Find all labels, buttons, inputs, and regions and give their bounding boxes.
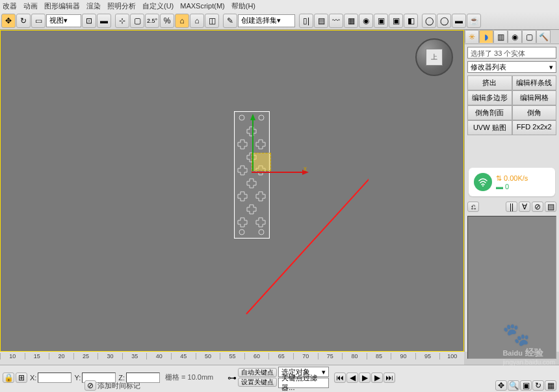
network-overlay: ⇅ 0.00K/s ▬ 0: [469, 168, 555, 196]
modifier-stack-list[interactable]: [467, 216, 556, 359]
tab-motion-icon[interactable]: ◉: [508, 30, 522, 43]
menu-modifiers[interactable]: 改器: [3, 1, 17, 11]
named-sel-dropdown[interactable]: 创建选择集▾: [238, 14, 295, 27]
render-setup-icon[interactable]: ▣: [374, 14, 388, 28]
mod-extrude-button[interactable]: 挤出: [467, 75, 512, 90]
mirror-icon[interactable]: ◫: [205, 14, 219, 28]
material-editor-icon[interactable]: ◉: [359, 14, 373, 28]
time-ruler[interactable]: 1015 2025 3035 4045 5055 6065 7075 8085 …: [0, 352, 464, 365]
pivot-icon[interactable]: ⊡: [82, 14, 96, 28]
x-label: X:: [30, 374, 36, 382]
mod-bevel-button[interactable]: 倒角: [512, 105, 557, 120]
coord-mode-icon[interactable]: ⊞: [16, 372, 27, 383]
show-end-icon[interactable]: ||: [506, 202, 517, 212]
render-prod-icon[interactable]: ◯: [437, 14, 451, 28]
svg-point-7: [482, 185, 484, 187]
spinner-snap-icon[interactable]: ⌂: [175, 14, 189, 28]
tab-display-icon[interactable]: ▢: [522, 30, 536, 43]
unique-icon[interactable]: ∀: [519, 202, 530, 212]
render-frame-icon[interactable]: ▣: [389, 14, 403, 28]
zoom-icon[interactable]: 🔍: [508, 380, 519, 391]
command-panel: ✳ ◗ ▥ ◉ ▢ 🔨 选择了 33 个实体 修改器列表▾ 挤出 编辑样条线 编…: [464, 30, 559, 352]
main-toolbar: ✥ ↻ ▭ 视图▾ ⊡ ▬ ⊹ ▢ 2.5° % ⌂ ⌂ ◫ ✎ 创建选择集▾ …: [0, 12, 559, 30]
annotation-arrow: [7, 60, 369, 382]
gizmo-x-axis[interactable]: [252, 170, 310, 176]
teapot-icon[interactable]: ☕: [467, 14, 481, 28]
grid-label: 栅格 = 10.0mm: [165, 372, 213, 382]
percent-snap-icon[interactable]: %: [160, 14, 174, 28]
menu-help[interactable]: 帮助(H): [231, 1, 255, 11]
quickrender-icon[interactable]: ◯: [422, 14, 436, 28]
tab-create-icon[interactable]: ✳: [465, 30, 479, 43]
orbit-icon[interactable]: ↻: [532, 380, 544, 391]
selection-name-field[interactable]: 选择了 33 个实体: [467, 47, 556, 59]
play-icon[interactable]: ▶: [359, 372, 370, 383]
mod-editmesh-button[interactable]: 编辑网格: [512, 90, 557, 105]
configure-sets-icon[interactable]: ▤: [545, 202, 556, 212]
snap3d-icon[interactable]: ▢: [130, 14, 144, 28]
modifier-list-dropdown[interactable]: 修改器列表▾: [467, 61, 556, 73]
viewport-container: 上 x: [0, 30, 464, 352]
key-icon: ⊶: [228, 372, 237, 383]
material-explorer-icon[interactable]: ◧: [404, 14, 418, 28]
menu-animation[interactable]: 动画: [23, 1, 38, 11]
scale-icon[interactable]: ▭: [31, 14, 46, 28]
mod-editpoly-button[interactable]: 编辑多边形: [467, 90, 512, 105]
svg-marker-2: [250, 114, 255, 120]
setkey-button[interactable]: 设置关键点: [238, 378, 277, 387]
prev-frame-icon[interactable]: ◀: [346, 372, 358, 383]
snap-icon[interactable]: ⊹: [115, 14, 129, 28]
menu-customize[interactable]: 自定义(U): [142, 1, 174, 11]
tab-hierarchy-icon[interactable]: ▥: [493, 30, 508, 43]
curve-editor-icon[interactable]: 〰: [329, 14, 343, 28]
menu-maxscript[interactable]: MAXScript(M): [180, 2, 224, 10]
render-preset-icon[interactable]: ▬: [452, 14, 466, 28]
tab-utilities-icon[interactable]: 🔨: [536, 30, 551, 43]
remove-mod-icon[interactable]: ⊘: [532, 202, 543, 212]
lock-icon[interactable]: 🔒: [3, 372, 14, 383]
zoom-extents-icon[interactable]: ▣: [520, 380, 532, 391]
maximize-viewport-icon[interactable]: ▦: [545, 380, 556, 391]
refcoord-dropdown[interactable]: 视图▾: [46, 14, 81, 27]
rotate-icon[interactable]: ↻: [16, 14, 31, 28]
menu-grapheditors[interactable]: 图形编辑器: [44, 1, 80, 11]
gizmo-y-axis[interactable]: [250, 114, 255, 172]
wifi-icon: [474, 173, 492, 191]
x-coord-input[interactable]: [38, 372, 72, 383]
mod-editspline-button[interactable]: 编辑样条线: [512, 75, 557, 90]
timetag-icon[interactable]: ⊘: [84, 380, 96, 391]
tab-modify-icon[interactable]: ◗: [479, 30, 493, 43]
select-lock-icon[interactable]: ▬: [97, 14, 111, 28]
mod-bevelprofile-button[interactable]: 倒角剖面: [467, 105, 512, 120]
viewport[interactable]: 上 x: [0, 30, 464, 352]
menu-rendering[interactable]: 渲染: [86, 1, 101, 11]
select-move-icon[interactable]: ✥: [1, 14, 16, 28]
gizmo-x-label: x: [304, 165, 307, 172]
goto-start-icon[interactable]: ⏮: [334, 372, 346, 383]
y-label: Y:: [74, 374, 81, 382]
key-filter-dropdown[interactable]: 关键点过滤器...: [278, 378, 329, 388]
next-frame-icon[interactable]: ▶: [371, 372, 383, 383]
mod-ffd-button[interactable]: FFD 2x2x2: [512, 120, 557, 135]
schematic-icon[interactable]: ▦: [344, 14, 358, 28]
named-sel-icon[interactable]: ✎: [223, 14, 237, 28]
mod-uvwmap-button[interactable]: UVW 贴图: [467, 120, 512, 135]
viewcube[interactable]: 上: [415, 38, 453, 76]
autokey-button[interactable]: 自动关键点: [238, 368, 277, 377]
wifi-rate: 0.00K/s: [504, 174, 528, 182]
angle-snap-icon[interactable]: 2.5°: [145, 14, 159, 28]
layer-icon[interactable]: ▤: [314, 14, 328, 28]
spinner2-icon[interactable]: ⌂: [190, 14, 204, 28]
status-bar: 🔒 ⊞ X: Y: Z: 栅格 = 10.0mm ⊶ 自动关键点 设置关键点 选…: [0, 365, 559, 392]
menu-lighting[interactable]: 照明分析: [107, 1, 136, 11]
wifi-count: 0: [505, 183, 509, 190]
align-icon[interactable]: ▯|: [299, 14, 313, 28]
viewcube-top-face[interactable]: 上: [426, 49, 443, 66]
timetag-label[interactable]: 添加时间标记: [98, 381, 140, 391]
pan-icon[interactable]: ✥: [495, 380, 507, 391]
pin-stack-icon[interactable]: ⎌: [467, 202, 479, 212]
goto-end-icon[interactable]: ⏭: [384, 372, 395, 383]
